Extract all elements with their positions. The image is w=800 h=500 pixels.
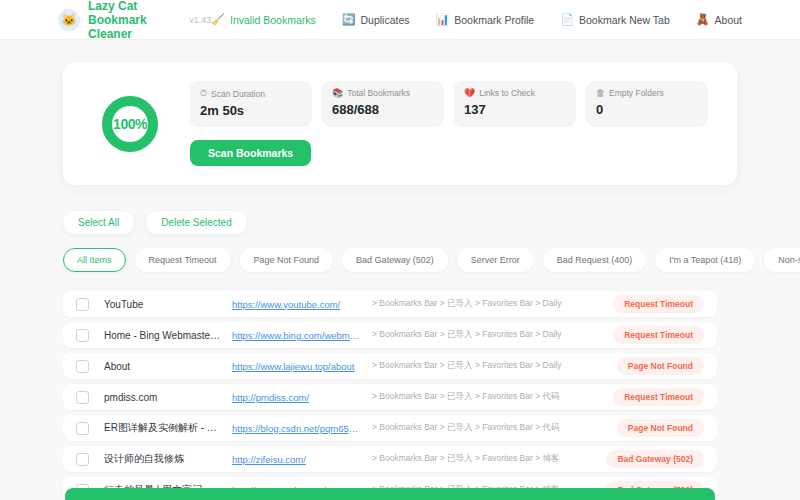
bookmark-row[interactable]: ER图详解及实例解析 - 记忆碎片的... https://blog.csdn.…: [63, 415, 717, 441]
stat-label: Empty Folders: [609, 88, 664, 98]
filter-non-standard-error[interactable]: Non-standard Error (468): [764, 248, 800, 272]
app-version: v1.43: [189, 15, 211, 25]
status-badge: Page Not Found: [617, 419, 704, 437]
row-checkbox[interactable]: [76, 360, 89, 373]
bookmark-row[interactable]: pmdiss.com http://pmdiss.com/ > Bookmark…: [63, 384, 717, 410]
bookmark-title: About: [104, 361, 222, 372]
stat-value: 2m 50s: [200, 103, 302, 118]
books-icon: 📚: [332, 88, 343, 98]
row-checkbox[interactable]: [76, 329, 89, 342]
bookmark-folder-path: > Bookmarks Bar > 已导入 > Favorites Bar > …: [372, 329, 613, 341]
bookmark-folder-path: > Bookmarks Bar > 已导入 > Favorites Bar > …: [372, 360, 617, 372]
bookmark-row[interactable]: Home - Bing Webmaster Tools https://www.…: [63, 322, 717, 348]
delete-selected-button[interactable]: Delete Selected: [146, 211, 247, 234]
bookmark-folder-path: > Bookmarks Bar > 已导入 > Favorites Bar > …: [372, 453, 606, 465]
broom-icon: 🧹: [211, 13, 225, 26]
nav-bookmark-profile[interactable]: 📊 Bookmark Profile: [436, 13, 535, 26]
bookmark-url-link[interactable]: http://zifeisu.com/: [232, 454, 360, 465]
bookmark-folder-path: > Bookmarks Bar > 已导入 > Favorites Bar > …: [372, 391, 613, 403]
stat-value: 0: [596, 102, 698, 117]
stat-scan-duration: ⏱ Scan Duration 2m 50s: [190, 81, 312, 127]
progress-percent: 100%: [113, 116, 147, 132]
duplicates-icon: 🔄: [342, 13, 356, 26]
progress-ring: 100%: [102, 96, 158, 152]
stat-links-to-check: 💔 Links to Check 137: [454, 81, 576, 127]
bookmark-url-link[interactable]: https://www.bing.com/webmaster...: [232, 330, 360, 341]
status-badge: Request Timeout: [613, 326, 704, 344]
nav-label: Invalid Bookmarks: [230, 14, 316, 26]
row-checkbox[interactable]: [76, 422, 89, 435]
status-badge: Page Not Found: [617, 357, 704, 375]
filter-request-timeout[interactable]: Request Timeout: [135, 248, 231, 272]
status-badge: Request Timeout: [613, 388, 704, 406]
select-all-button[interactable]: Select All: [63, 211, 134, 234]
nav-label: Bookmark Profile: [454, 14, 534, 26]
bookmark-list: YouTube https://www.youtube.com/ > Bookm…: [63, 291, 717, 500]
stats-row: ⏱ Scan Duration 2m 50s 📚 Total Bookmarks…: [190, 81, 712, 127]
status-badge: Bad Gateway (502): [606, 450, 704, 468]
bookmark-row[interactable]: YouTube https://www.youtube.com/ > Bookm…: [63, 291, 717, 317]
nav-duplicates[interactable]: 🔄 Duplicates: [342, 13, 410, 26]
stat-label: Links to Check: [479, 88, 535, 98]
bookmark-title: 设计师的自我修炼: [104, 452, 222, 466]
filter-page-not-found[interactable]: Page Not Found: [240, 248, 334, 272]
nav-label: Duplicates: [361, 14, 410, 26]
filter-all-items[interactable]: All Items: [63, 248, 126, 272]
bulk-actions: Select All Delete Selected: [63, 211, 737, 234]
bottom-progress-bar: [65, 488, 715, 500]
row-checkbox[interactable]: [76, 391, 89, 404]
bookmark-folder-path: > Bookmarks Bar > 已导入 > Favorites Bar > …: [372, 298, 613, 310]
bookmark-row[interactable]: About https://www.lajiewu.top/about > Bo…: [63, 353, 717, 379]
app-logo-icon: 🐱: [58, 9, 80, 31]
nav-bookmark-new-tab[interactable]: 📄 Bookmark New Tab: [560, 13, 670, 26]
nav-label: About: [715, 14, 742, 26]
filter-teapot[interactable]: I'm a Teapot (418): [655, 248, 755, 272]
stat-value: 688/688: [332, 102, 434, 117]
app-header: 🐱 Lazy Cat Bookmark Cleaner v1.43 🧹 Inva…: [0, 0, 800, 40]
bookmark-url-link[interactable]: https://www.lajiewu.top/about: [232, 361, 360, 372]
stat-label: Total Bookmarks: [347, 88, 410, 98]
row-checkbox[interactable]: [76, 453, 89, 466]
about-icon: 🧸: [696, 13, 710, 26]
broken-heart-icon: 💔: [464, 88, 475, 98]
stat-label: Scan Duration: [211, 89, 265, 99]
bookmark-url-link[interactable]: http://pmdiss.com/: [232, 392, 360, 403]
bookmark-title: YouTube: [104, 299, 222, 310]
bookmark-title: Home - Bing Webmaster Tools: [104, 330, 222, 341]
new-tab-page-icon: 📄: [560, 13, 574, 26]
nav-about[interactable]: 🧸 About: [696, 13, 742, 26]
bookmark-title: pmdiss.com: [104, 392, 222, 403]
status-badge: Request Timeout: [613, 295, 704, 313]
filter-server-error[interactable]: Server Error: [457, 248, 534, 272]
filter-bad-gateway[interactable]: Bad Gateway (502): [342, 248, 448, 272]
main-nav: 🧹 Invalid Bookmarks 🔄 Duplicates 📊 Bookm…: [211, 13, 742, 26]
bookmark-title: ER图详解及实例解析 - 记忆碎片的...: [104, 421, 222, 435]
app-title: Lazy Cat Bookmark Cleaner: [88, 0, 183, 41]
scan-summary-card: 100% ⏱ Scan Duration 2m 50s 📚 Total Book…: [63, 62, 737, 185]
bookmark-url-link[interactable]: https://www.youtube.com/: [232, 299, 360, 310]
bookmark-folder-path: > Bookmarks Bar > 已导入 > Favorites Bar > …: [372, 422, 617, 434]
bar-chart-icon: 📊: [436, 13, 450, 26]
nav-invalid-bookmarks[interactable]: 🧹 Invalid Bookmarks: [211, 13, 316, 26]
status-filter-tabs: All Items Request Timeout Page Not Found…: [63, 248, 737, 272]
bookmark-url-link[interactable]: https://blog.csdn.net/pqm654321...: [232, 423, 360, 434]
stat-value: 137: [464, 102, 566, 117]
clock-icon: ⏱: [200, 88, 207, 99]
bookmark-row[interactable]: 设计师的自我修炼 http://zifeisu.com/ > Bookmarks…: [63, 446, 717, 472]
row-checkbox[interactable]: [76, 298, 89, 311]
trash-icon: 🗑: [596, 88, 605, 98]
filter-bad-request[interactable]: Bad Request (400): [543, 248, 647, 272]
stat-total-bookmarks: 📚 Total Bookmarks 688/688: [322, 81, 444, 127]
stat-empty-folders: 🗑 Empty Folders 0: [586, 81, 708, 127]
nav-label: Bookmark New Tab: [579, 14, 670, 26]
scan-bookmarks-button[interactable]: Scan Bookmarks: [190, 140, 311, 166]
